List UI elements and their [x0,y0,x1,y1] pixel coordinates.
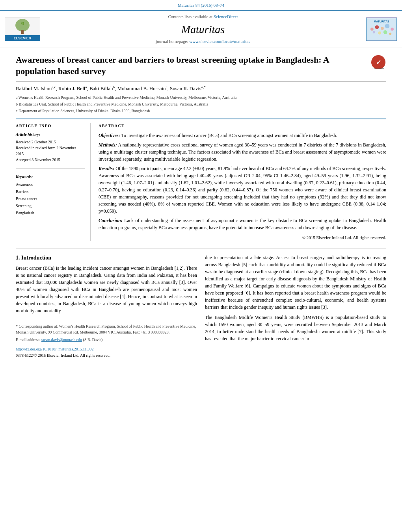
svg-text:✓: ✓ [376,59,381,66]
journal-reference: Maturitas 84 (2016) 68–74 [0,0,402,10]
keyword-screening: Screening [16,202,85,209]
intro-paragraph-2: due to presentation at a late stage. Acc… [205,254,386,342]
svg-point-12 [391,28,394,31]
history-label: Article history: [16,132,85,137]
article-history-block: Article history: Received 2 October 2015… [16,132,85,163]
header-center: Contents lists available at ScienceDirec… [44,14,362,44]
svg-point-11 [385,24,390,29]
introduction-section: 1. Introduction Breast cancer (BCa) is t… [16,254,386,359]
abstract-methods: Methods: A nationally representative cro… [99,141,386,163]
intro-right-column: due to presentation at a late stage. Acc… [205,254,386,359]
article-info-header: ARTICLE INFO [16,123,85,129]
svg-point-13 [373,31,375,33]
corresponding-author-note: * Corresponding author at: Women's Healt… [16,323,197,335]
svg-point-9 [375,26,379,30]
received-date: Received 2 October 2015 [16,139,85,145]
abstract-column: ABSTRACT Objectives: To investigate the … [99,123,386,241]
article-body-columns: ARTICLE INFO Article history: Received 2… [16,119,386,241]
abstract-objectives: Objectives: To investigate the awareness… [99,132,386,139]
contents-available-line: Contents lists available at ScienceDirec… [44,14,362,20]
intro-title: 1. Introduction [16,254,197,262]
homepage-line: journal homepage: www.elsevier.com/locat… [44,39,362,44]
keywords-list: Awareness Barriers Breast cancer Screeni… [16,181,85,217]
conclusion-label: Conclusion: [99,218,123,223]
affiliation-c: c Department of Population Sciences, Uni… [16,108,386,114]
divider [16,168,85,169]
revised-date: Received in revised form 2 November 2015 [16,145,85,157]
doi-link[interactable]: http://dx.doi.org/10.1016/j.maturitas.20… [16,347,197,352]
affiliations: a Women's Health Research Program, Schoo… [16,95,386,114]
keywords-label: Keywords: [16,174,85,180]
svg-point-8 [370,28,374,31]
svg-point-16 [389,33,391,35]
svg-point-10 [381,27,384,30]
crossmark-icon[interactable]: ✓ CrossMark [370,54,386,70]
journal-header: 🌿 ELSEVIER Contents lists available at S… [0,10,402,48]
results-label: Results: [99,166,114,171]
intro-paragraph-1: Breast cancer (BCa) is the leading incid… [16,265,197,314]
main-content: Awareness of breast cancer and barriers … [0,48,402,362]
copyright-line: © 2015 Elsevier Ireland Ltd. All rights … [99,234,386,241]
email-link[interactable]: susan.davis@monash.edu [41,337,82,342]
sciencedirect-link[interactable]: ScienceDirect [214,14,238,19]
svg-point-2 [15,19,30,32]
elsevier-logo: 🌿 ELSEVIER [5,17,40,41]
objectives-text: To investigate the awareness of breast c… [121,133,337,138]
keyword-breast-cancer: Breast cancer [16,195,85,202]
article-title-section: Awareness of breast cancer and barriers … [16,54,386,81]
email-line: E-mail address: susan.davis@monash.edu (… [16,337,197,343]
svg-text:ELSEVIER: ELSEVIER [14,36,32,40]
abstract-results: Results: Of the 1590 participants, mean … [99,165,386,215]
svg-text:CrossMark: CrossMark [372,67,384,70]
email-label: E-mail address: [16,337,40,342]
authors-line: Rakibul M. Islama,c, Robin J. Bella, Bak… [16,85,386,93]
keyword-bangladesh: Bangladesh [16,209,85,217]
conclusion-text: Lack of understanding of the assessment … [99,218,386,230]
footnote-section: * Corresponding author at: Women's Healt… [16,320,197,343]
homepage-link[interactable]: www.elsevier.com/locate/maturitas [189,39,250,44]
svg-point-15 [383,30,387,34]
results-text: Of the 1590 participants, mean age 42.3 … [99,166,386,214]
keyword-barriers: Barriers [16,188,85,195]
maturitas-logo: MATURITAS [366,17,397,41]
objectives-label: Objectives: [99,133,120,138]
intro-left-column: 1. Introduction Breast cancer (BCa) is t… [16,254,197,359]
svg-rect-3 [21,30,24,34]
abstract-text: Objectives: To investigate the awareness… [99,132,386,241]
svg-text:MATURITAS: MATURITAS [374,20,389,23]
keyword-awareness: Awareness [16,181,85,188]
doi-section: http://dx.doi.org/10.1016/j.maturitas.20… [16,347,197,358]
abstract-conclusion: Conclusion: Lack of understanding of the… [99,217,386,231]
section-divider [16,248,386,248]
affiliation-a: a Women's Health Research Program, Schoo… [16,95,386,100]
affiliation-b: b Biostatistics Unit, School of Public H… [16,101,386,107]
svg-point-14 [378,32,381,35]
journal-title: Maturitas [44,22,362,37]
email-note: (S.R. Davis). [83,337,104,342]
abstract-header: ABSTRACT [99,123,386,129]
article-info-column: ARTICLE INFO Article history: Received 2… [16,123,91,241]
methods-text: A nationally representative cross-sectio… [99,142,386,162]
article-title: Awareness of breast cancer and barriers … [16,54,367,77]
methods-label: Methods: [99,142,117,148]
accepted-date: Accepted 3 November 2015 [16,157,85,163]
issn-line: 0378-5122/© 2015 Elsevier Ireland Ltd. A… [16,353,110,358]
keywords-block: Keywords: Awareness Barriers Breast canc… [16,174,85,217]
